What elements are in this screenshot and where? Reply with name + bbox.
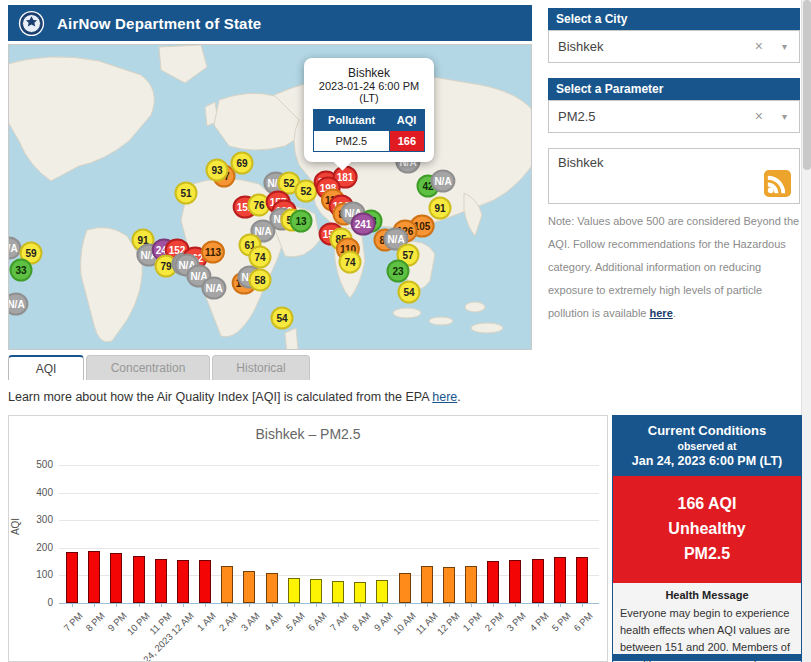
chart-y-axis-label: AQI: [10, 518, 21, 535]
map-marker-93[interactable]: 93: [206, 159, 229, 182]
x-tick-label: 6 PM: [571, 610, 594, 633]
tab-concentration[interactable]: Concentration: [86, 355, 210, 380]
note-here-link[interactable]: here: [650, 307, 673, 319]
y-tick-label-200: 200: [23, 542, 53, 553]
x-tick-label: 3 AM: [239, 610, 262, 633]
x-tick-label: 6 AM: [306, 610, 329, 633]
gridline-400: [59, 493, 599, 494]
x-tick-label: 4 PM: [527, 610, 550, 633]
chart-bar-9-pm: [110, 553, 122, 603]
x-tick-mark: [183, 603, 184, 607]
map-marker-na[interactable]: N/A: [201, 277, 226, 300]
city-select-value: Bishkek: [558, 39, 604, 54]
learn-more-before: Learn more about how the Air Quality Ind…: [8, 390, 432, 404]
chart-bar-2-pm: [487, 561, 499, 603]
x-tick-label: 11 AM: [413, 610, 439, 636]
map-marker-54[interactable]: 54: [398, 281, 421, 304]
map-marker-54[interactable]: 54: [271, 307, 294, 330]
x-tick-mark: [560, 603, 561, 607]
y-tick-label-100: 100: [23, 569, 53, 580]
city-clear-icon[interactable]: ×: [755, 31, 763, 62]
parameter-caret-icon[interactable]: ▾: [782, 101, 787, 132]
rss-icon[interactable]: [764, 170, 791, 197]
popup-datetime: 2023-01-24 6:00 PM: [310, 80, 428, 92]
map-marker-51[interactable]: 51: [175, 182, 198, 205]
chart-bar-5-am: [288, 578, 300, 603]
chart-bar-3-pm: [509, 560, 521, 603]
chart-bar-6-am: [310, 579, 322, 603]
x-tick-label: 1 PM: [460, 610, 483, 633]
cc-datetime: Jan 24, 2023 6:00 PM (LT): [617, 454, 797, 468]
chart-bar-7-pm: [66, 552, 78, 603]
city-select[interactable]: Bishkek × ▾: [548, 30, 800, 63]
x-tick-label: 10 PM: [124, 610, 151, 637]
map-marker-113[interactable]: 113: [201, 241, 225, 264]
x-tick-label: 1 AM: [195, 610, 218, 633]
cc-title: Current Conditions: [617, 423, 797, 438]
map-marker-69[interactable]: 69: [231, 152, 254, 175]
popup-aqi-value: 166: [389, 131, 424, 152]
x-tick-label: 10 AM: [390, 610, 417, 637]
scrollbar-thumb[interactable]: [803, 0, 811, 170]
x-tick-label: 8 PM: [83, 610, 106, 633]
current-conditions-header: Current Conditions observed at Jan 24, 2…: [613, 416, 801, 476]
world-map[interactable]: N/A5933N/A5197936991N/A24315279N/A162N/A…: [8, 44, 532, 350]
map-marker-13[interactable]: 13: [290, 210, 313, 233]
chart-bar-11-am: [421, 566, 433, 603]
parameter-clear-icon[interactable]: ×: [755, 101, 763, 132]
chart-bar-7-am: [332, 581, 344, 603]
dos-seal-logo: [18, 10, 45, 37]
cc-aqi-value: 166 AQI: [617, 492, 797, 517]
cc-footer-strip: [613, 654, 801, 661]
x-tick-label: 2 AM: [217, 610, 240, 633]
map-marker-na[interactable]: N/A: [430, 170, 455, 193]
x-tick-mark: [272, 603, 273, 607]
page: AirNow Department of State: [0, 0, 811, 662]
chart-bar-4-pm: [532, 559, 544, 603]
tab-aqi[interactable]: AQI: [8, 355, 84, 380]
x-tick-mark: [471, 603, 472, 607]
x-tick-mark: [405, 603, 406, 607]
feed-box[interactable]: Bishkek: [548, 148, 800, 204]
chart-bar-4-am: [266, 573, 278, 603]
chart-bar-8-am: [354, 582, 366, 603]
x-tick-label: 12 PM: [434, 610, 461, 637]
parameter-select[interactable]: PM2.5 × ▾: [548, 100, 800, 133]
learn-more-here-link[interactable]: here: [432, 390, 457, 404]
map-marker-74[interactable]: 74: [339, 251, 362, 274]
chart-bar-3-am: [243, 571, 255, 603]
chart-bar-6-pm: [576, 557, 588, 603]
chart-bar-11-pm: [155, 559, 167, 603]
parameter-select-header: Select a Parameter: [548, 78, 800, 100]
map-marker-23[interactable]: 23: [387, 260, 410, 283]
x-tick-mark: [582, 603, 583, 607]
parameter-select-value: PM2.5: [558, 109, 596, 124]
popup-pollutant-header: Pollutant: [314, 110, 390, 131]
note-text-before: Note: Values above 500 are considered Be…: [548, 215, 799, 319]
map-marker-33[interactable]: 33: [10, 259, 33, 282]
city-caret-icon[interactable]: ▾: [782, 31, 787, 62]
map-marker-74[interactable]: 74: [249, 246, 272, 269]
chart-bar-5-pm: [554, 557, 566, 603]
x-tick-label: 5 PM: [549, 610, 572, 633]
x-tick-mark: [427, 603, 428, 607]
cc-health-header: Health Message: [620, 589, 794, 601]
cc-aqi-block: 166 AQI Unhealthy PM2.5: [613, 476, 801, 583]
map-marker-58[interactable]: 58: [249, 269, 272, 292]
gridline-500: [59, 465, 599, 466]
chart-bar-1-am: [199, 560, 211, 603]
x-tick-mark: [538, 603, 539, 607]
x-tick-mark: [139, 603, 140, 607]
map-marker-241[interactable]: 241: [351, 213, 376, 236]
chart-bar-2-am: [221, 566, 233, 603]
x-tick-mark: [72, 603, 73, 607]
y-tick-label-300: 300: [23, 514, 53, 525]
tab-historical[interactable]: Historical: [212, 355, 310, 380]
feed-box-text: Bishkek: [558, 155, 604, 170]
map-marker-91[interactable]: 91: [429, 197, 452, 220]
chart-bar-12-pm: [443, 567, 455, 603]
page-scrollbar[interactable]: [801, 0, 811, 662]
chart-bar-1-pm: [465, 566, 477, 603]
city-select-header: Select a City: [548, 8, 800, 30]
gridline-200: [59, 548, 599, 549]
